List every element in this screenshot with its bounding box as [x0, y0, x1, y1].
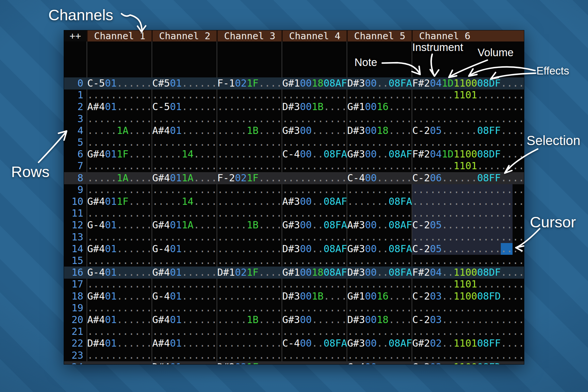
pattern-cell-ch2[interactable]: ........... — [152, 160, 217, 172]
pattern-cell-ch6[interactable]: ................... — [412, 231, 524, 243]
pattern-cell-ch2[interactable]: G#4011A.... — [152, 219, 217, 231]
pattern-cell-ch4[interactable]: C-400..08FA — [282, 148, 347, 160]
pattern-cell-ch5[interactable]: ........... — [347, 326, 412, 337]
channel-header-5[interactable]: Channel 5 — [347, 30, 412, 41]
pattern-cell-ch1[interactable]: C-501...... — [87, 77, 152, 89]
pattern-cell-ch5[interactable]: .......08FA — [347, 196, 412, 207]
pattern-cell-ch4[interactable]: G#1001808AF — [282, 77, 347, 89]
pattern-cell-ch3[interactable]: ........... — [217, 113, 282, 125]
pattern-cell-ch2[interactable]: G#401...... — [152, 314, 217, 326]
pattern-cell-ch1[interactable]: G#401...... — [87, 243, 152, 255]
pattern-cell-ch6[interactable]: C-203.............. — [412, 314, 524, 326]
pattern-cell-ch1[interactable]: ........... — [87, 278, 152, 290]
pattern-cell-ch1[interactable]: ........... — [87, 137, 152, 148]
pattern-cell-ch4[interactable]: G#1001808AF — [282, 267, 347, 278]
pattern-cell-ch6[interactable]: ................... — [412, 113, 524, 125]
pattern-cell-ch2[interactable]: G-401...... — [152, 243, 217, 255]
channel-header-2[interactable]: Channel 2 — [152, 30, 217, 41]
pattern-cell-ch4[interactable]: ........... — [282, 255, 347, 267]
pattern-cell-ch6[interactable]: ................... — [412, 137, 524, 148]
pattern-cell-ch5[interactable]: ........... — [347, 207, 412, 219]
pattern-cell-ch3[interactable]: ........... — [217, 302, 282, 314]
pattern-cell-ch3[interactable]: ........... — [217, 326, 282, 337]
pattern-cell-ch6[interactable]: .......1101........ — [412, 160, 524, 172]
pattern-cell-ch2[interactable]: ........... — [152, 326, 217, 337]
pattern-cell-ch1[interactable]: ........... — [87, 184, 152, 196]
pattern-cell-ch3[interactable]: .....1B.... — [217, 314, 282, 326]
pattern-cell-ch2[interactable]: ........... — [152, 350, 217, 361]
pattern-cell-ch3[interactable]: F-1021F.... — [217, 77, 282, 89]
pattern-cell-ch2[interactable]: C#501...... — [152, 77, 217, 89]
pattern-cell-ch1[interactable]: G#4011F.... — [87, 196, 152, 207]
pattern-cell-ch2[interactable]: ........... — [152, 184, 217, 196]
pattern-cell-ch5[interactable]: ........... — [347, 184, 412, 196]
pattern-cell-ch3[interactable]: ........... — [217, 290, 282, 302]
pattern-cell-ch1[interactable]: .....1A.... — [87, 125, 152, 137]
pattern-cell-ch2[interactable]: ........... — [152, 113, 217, 125]
pattern-cell-ch3[interactable]: .....1B.... — [217, 219, 282, 231]
pattern-cell-ch6[interactable]: ................... — [412, 207, 524, 219]
pattern-cell-ch1[interactable]: D#401...... — [87, 337, 152, 349]
pattern-cell-ch4[interactable]: ........... — [282, 184, 347, 196]
pattern-cell-ch6[interactable]: F#2041D110008DF.... — [412, 148, 524, 160]
pattern-cell-ch4[interactable]: ........... — [282, 302, 347, 314]
pattern-cell-ch3[interactable]: ........... — [217, 231, 282, 243]
pattern-cell-ch2[interactable]: G#401...... — [152, 267, 217, 278]
pattern-cell-ch2[interactable]: ........... — [152, 255, 217, 267]
pattern-cell-ch1[interactable]: A#401...... — [87, 314, 152, 326]
pattern-cell-ch6[interactable]: ................... — [412, 184, 524, 196]
pattern-cell-ch5[interactable]: G#300..08AF — [347, 148, 412, 160]
pattern-cell-ch2[interactable]: .....14.... — [152, 148, 217, 160]
pattern-cell-ch3[interactable]: F-2021F.... — [217, 172, 282, 184]
pattern-cell-ch4[interactable]: G#300...... — [282, 314, 347, 326]
pattern-cell-ch5[interactable]: ........... — [347, 278, 412, 290]
pattern-cell-ch6[interactable]: ................... — [412, 101, 524, 113]
pattern-cell-ch2[interactable]: .....14.... — [152, 196, 217, 207]
pattern-cell-ch6[interactable]: F#2041D110008DF.... — [412, 77, 524, 89]
pattern-cell-ch3[interactable]: ........... — [217, 207, 282, 219]
pattern-cell-ch1[interactable]: G#401...... — [87, 290, 152, 302]
pattern-cell-ch3[interactable]: ........... — [217, 243, 282, 255]
pattern-cell-ch2[interactable]: ........... — [152, 207, 217, 219]
pattern-cell-ch5[interactable]: ........... — [347, 160, 412, 172]
pattern-cell-ch5[interactable]: G#300..08FA — [347, 243, 412, 255]
pattern-cell-ch6[interactable]: ................... — [412, 350, 524, 361]
pattern-cell-ch1[interactable]: G#4011F.... — [87, 148, 152, 160]
pattern-cell-ch4[interactable]: ........... — [282, 361, 347, 364]
pattern-cell-ch4[interactable]: ........... — [282, 326, 347, 337]
pattern-cell-ch2[interactable]: ........... — [152, 302, 217, 314]
pattern-cell-ch3[interactable]: ........... — [217, 196, 282, 207]
pattern-cell-ch2[interactable]: G#4011A.... — [152, 172, 217, 184]
channel-header-3[interactable]: Channel 3 — [217, 30, 282, 41]
pattern-cell-ch4[interactable]: ........... — [282, 207, 347, 219]
pattern-cell-ch5[interactable]: ........... — [347, 137, 412, 148]
pattern-cell-ch1[interactable]: ........... — [87, 231, 152, 243]
pattern-cell-ch4[interactable]: C-400..08FA — [282, 337, 347, 349]
pattern-cell-ch3[interactable]: ........... — [217, 184, 282, 196]
pattern-cell-ch5[interactable]: G#300..08AF — [347, 337, 412, 349]
pattern-cell-ch1[interactable]: ........... — [87, 89, 152, 101]
pattern-cell-ch4[interactable]: ........... — [282, 231, 347, 243]
pattern-cell-ch4[interactable]: A#300..08AF — [282, 196, 347, 207]
pattern-cell-ch2[interactable]: A#401...... — [152, 125, 217, 137]
pattern-cell-ch5[interactable]: D#30018.... — [347, 314, 412, 326]
pattern-cell-ch2[interactable]: G-401...... — [152, 290, 217, 302]
channel-header-1[interactable]: Channel 1 — [87, 30, 152, 41]
pattern-cell-ch6[interactable]: C-205.............. — [412, 219, 524, 231]
pattern-cell-ch3[interactable]: ........... — [217, 148, 282, 160]
pattern-cell-ch4[interactable]: G#300..08FA — [282, 219, 347, 231]
pattern-cell-ch5[interactable]: G#10016.... — [347, 101, 412, 113]
pattern-cell-ch5[interactable]: A#300..08AF — [347, 219, 412, 231]
pattern-cell-ch5[interactable]: ........... — [347, 231, 412, 243]
pattern-cell-ch3[interactable]: ........... — [217, 137, 282, 148]
pattern-expand-button[interactable]: ++ — [64, 30, 87, 41]
pattern-cell-ch6[interactable]: .......1101........ — [412, 278, 524, 290]
pattern-cell-ch3[interactable]: .....1B.... — [217, 125, 282, 137]
pattern-cell-ch4[interactable]: ........... — [282, 278, 347, 290]
pattern-cell-ch5[interactable]: ........... — [347, 302, 412, 314]
pattern-cell-ch6[interactable]: ................... — [412, 326, 524, 337]
pattern-cell-ch5[interactable]: D#300..08FA — [347, 77, 412, 89]
pattern-cell-ch6[interactable]: C-205.............. — [412, 243, 524, 255]
pattern-cell-ch5[interactable]: C-400...... — [347, 361, 412, 364]
channel-header-4[interactable]: Channel 4 — [282, 30, 347, 41]
